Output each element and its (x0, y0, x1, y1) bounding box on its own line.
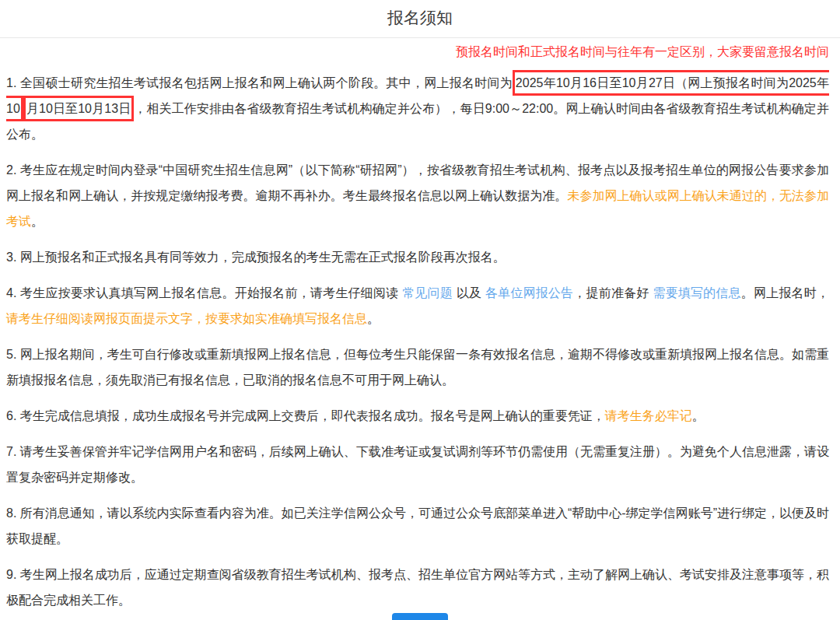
notice-paragraph: 8. 所有消息通知，请以系统内实际查看内容为准。如已关注学信网公众号，可通过公众… (6, 500, 829, 552)
confirm-button[interactable] (392, 613, 448, 620)
notice-paragraph: 2. 考生应在规定时间内登录“中国研究生招生信息网”（以下简称“研招网”），按省… (6, 157, 829, 234)
paragraph-text: 。 (367, 312, 380, 325)
inline-link[interactable]: 需要填写的信息 (653, 286, 741, 299)
notice-paragraph: 5. 网上报名期间，考生可自行修改或重新填报网上报名信息，但每位考生只能保留一条… (6, 342, 829, 393)
paragraph-text: 7. 请考生妥善保管并牢记学信网用户名和密码，后续网上确认、下载准考证或复试调剂… (6, 445, 829, 484)
warning-text: 请考生仔细阅读网报页面提示文字，按要求如实准确填写报名信息 (6, 312, 367, 325)
warning-text: 请考生务必牢记 (605, 409, 692, 422)
notice-content: 1. 全国硕士研究生招生考试报名包括网上报名和网上确认两个阶段。其中，网上报名时… (0, 70, 840, 620)
registration-notice-page: { "page": { "title": "报名须知", "tip": "预报名… (0, 0, 840, 620)
notice-paragraph: 4. 考生应按要求认真填写网上报名信息。开始报名前，请考生仔细阅读 常见问题 以… (6, 280, 829, 331)
paragraph-text: 。 (692, 409, 705, 422)
notice-paragraph: 3. 网上预报名和正式报名具有同等效力，完成预报名的考生无需在正式报名阶段再次报… (6, 244, 829, 270)
notice-paragraph: 1. 全国硕士研究生招生考试报名包括网上报名和网上确认两个阶段。其中，网上报名时… (6, 70, 829, 147)
inline-link[interactable]: 常见问题 (402, 286, 453, 299)
inline-link[interactable]: 各单位网报公告 (485, 286, 574, 299)
paragraph-text: 6. 考生完成信息填报，成功生成报名号并完成网上交费后，即代表报名成功。报名号是… (6, 409, 605, 422)
paragraph-text: 3. 网上预报名和正式报名具有同等效力，完成预报名的考生无需在正式报名阶段再次报… (6, 250, 506, 264)
date-highlight-box: 月10日至10月13日 (23, 96, 135, 121)
paragraph-text: 。网上报名时， (741, 286, 829, 299)
paragraph-text: 8. 所有消息通知，请以系统内实际查看内容为准。如已关注学信网公众号，可通过公众… (6, 506, 829, 545)
notice-paragraph: 7. 请考生妥善保管并牢记学信网用户名和密码，后续网上确认、下载准考证或复试调剂… (6, 439, 829, 490)
red-annotation-tip: 预报名时间和正式报名时间与往年有一定区别，大家要留意报名时间 (0, 38, 840, 60)
paragraph-text: ，提前准备好 (573, 286, 653, 299)
paragraph-text: 9. 考生网上报名成功后，应通过定期查阅省级教育招生考试机构、报考点、招生单位官… (6, 568, 829, 607)
page-title: 报名须知 (0, 7, 840, 29)
paragraph-text: 5. 网上报名期间，考生可自行修改或重新填报网上报名信息，但每位考生只能保留一条… (6, 348, 829, 387)
paragraph-text: 4. 考生应按要求认真填写网上报名信息。开始报名前，请考生仔细阅读 (6, 286, 402, 299)
paragraph-text: 以及 (453, 286, 485, 299)
paragraph-text: 1. 全国硕士研究生招生考试报名包括网上报名和网上确认两个阶段。其中，网上报名时… (6, 76, 513, 89)
notice-paragraph: 6. 考生完成信息填报，成功生成报名号并完成网上交费后，即代表报名成功。报名号是… (6, 403, 829, 429)
notice-paragraph: 9. 考生网上报名成功后，应通过定期查阅省级教育招生考试机构、报考点、招生单位官… (6, 562, 829, 613)
paragraph-text: 。 (31, 215, 44, 228)
